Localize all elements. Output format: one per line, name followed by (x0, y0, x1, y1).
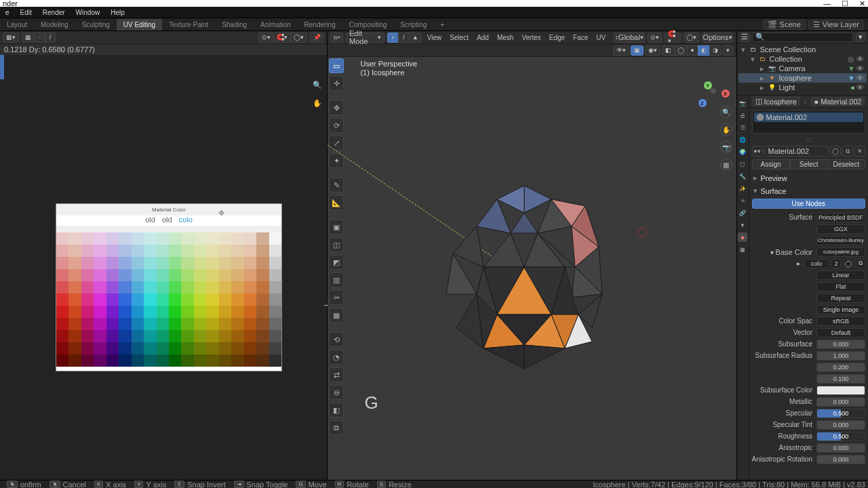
tree-item-camera[interactable]: Camera (779, 64, 806, 73)
menu-item[interactable]: Window (71, 9, 106, 16)
shading-matprev-icon[interactable]: ◐ (698, 45, 709, 56)
anisotropic-rotation-value[interactable]: 0.000 (816, 455, 865, 464)
material-slots[interactable]: Material.002 (752, 110, 866, 134)
tab-sculpting[interactable]: Sculpting (75, 19, 117, 30)
viewlayer-selector[interactable]: ☰View Layer (808, 20, 864, 30)
menu-item[interactable]: Render (37, 9, 71, 16)
pivot-icon[interactable]: ⊙▾ (258, 33, 273, 43)
tab-shading[interactable]: Shading (215, 19, 254, 30)
tool-scale[interactable]: ⤢ (329, 136, 344, 150)
roughness-value[interactable]: 0.500 (816, 432, 865, 441)
snap-toggle-icon[interactable]: 🧲▾ (665, 33, 681, 43)
tool-cursor[interactable]: ✛ (329, 76, 344, 91)
axis-z-icon[interactable]: Z (698, 99, 707, 107)
tree-item-light[interactable]: Light (779, 83, 795, 92)
orientation-selector[interactable]: ↕ Global ▾ (614, 33, 645, 43)
tool-polybuild[interactable]: ▦ (329, 308, 344, 323)
tab-modifier-icon[interactable]: 🔧 (738, 171, 747, 181)
uv-sel-vert-icon[interactable]: · (34, 33, 45, 43)
minimize-icon[interactable]: — (823, 0, 831, 8)
tool-bevel[interactable]: ◩ (329, 255, 344, 270)
menu-uv[interactable]: UV (593, 34, 608, 41)
nav-gizmo[interactable]: X Y Z (697, 75, 731, 108)
menu-item[interactable]: Help (105, 9, 130, 16)
snap-icon[interactable]: 🧲▾ (273, 33, 290, 43)
editor-type-selector[interactable]: ⧈▾ (330, 33, 343, 43)
tab-texture-paint[interactable]: Texture Paint (162, 19, 215, 30)
material-name-field[interactable]: Material.002 (764, 146, 829, 157)
tab-material-icon[interactable]: ● (738, 232, 747, 242)
menu-vertex[interactable]: Vertex (519, 34, 543, 41)
pivot-icon[interactable]: ⊙▾ (648, 33, 662, 43)
tex-unlink-icon[interactable]: ⧉ (856, 259, 865, 268)
source-selector[interactable]: Single Image (816, 305, 865, 314)
material-slot[interactable]: Material.002 (754, 113, 864, 122)
filter-icon[interactable]: ▾ (856, 33, 865, 42)
proportional-icon[interactable]: ◯▾ (684, 33, 699, 43)
assign-button[interactable]: Assign (752, 159, 790, 169)
xray-icon[interactable]: ◧ (662, 45, 674, 56)
tab-rendering[interactable]: Rendering (298, 19, 342, 30)
axis-y-icon[interactable]: Y (704, 81, 712, 89)
sss-method-selector[interactable]: Christensen-Burley (816, 236, 865, 245)
crumb-object[interactable]: ◫ Icosphere (752, 96, 800, 106)
tool-inset[interactable]: ◫ (329, 237, 344, 252)
menu-face[interactable]: Face (570, 34, 591, 41)
menu-select[interactable]: Select (447, 34, 471, 41)
tool-loopcut[interactable]: ▥ (329, 272, 344, 287)
tab-texture-icon[interactable]: ▦ (738, 245, 747, 254)
tab-object-icon[interactable]: ▢ (738, 159, 747, 169)
tab-scripting[interactable]: Scripting (393, 19, 433, 30)
tool-move[interactable]: ✥ (329, 100, 344, 115)
tool-annotate[interactable]: ✎ (329, 178, 344, 192)
pan-icon[interactable]: ✋ (720, 123, 732, 136)
tab-animation[interactable]: Animation (254, 19, 297, 30)
material-copy-icon[interactable]: ⧉ (842, 146, 853, 157)
icosphere-mesh[interactable] (416, 172, 633, 389)
metallic-value[interactable]: 0.000 (816, 397, 865, 407)
tool-select-box[interactable]: ▭ (329, 58, 344, 73)
scene-selector[interactable]: 🎬Scene (763, 20, 806, 30)
sss-radius-y[interactable]: 0.200 (816, 363, 865, 372)
menu-add[interactable]: Add (474, 34, 492, 41)
tab-uv-editing[interactable]: UV Editing (117, 19, 162, 30)
tool-spin[interactable]: ⟲ (329, 332, 344, 347)
tab-particles-icon[interactable]: ✨ (738, 184, 747, 193)
shading-solid-icon[interactable]: ● (687, 45, 698, 56)
shading-wire-icon[interactable]: ◯ (674, 45, 687, 56)
outliner-tree[interactable]: ▾🗀Scene Collection ▾🗀Collection◎ 👁 ▸📷Cam… (737, 43, 869, 94)
uv-sel-edge-icon[interactable]: / (45, 33, 56, 43)
tool-rotate[interactable]: ⟳ (329, 118, 344, 133)
shading-render-icon[interactable]: ◑ (709, 45, 722, 56)
deselect-button[interactable]: Deselect (828, 159, 865, 169)
shading-dropdown-icon[interactable]: ▾ (723, 45, 734, 56)
material-browse-icon[interactable]: ●▾ (752, 146, 763, 157)
tab-output-icon[interactable]: 🖨 (738, 110, 747, 120)
tab-scene-icon[interactable]: 🌐 (738, 135, 747, 144)
close-icon[interactable]: ✕ (859, 0, 865, 8)
specular-value[interactable]: 0.500 (816, 409, 865, 418)
overlay-icon[interactable]: ◉▾ (645, 45, 660, 56)
use-nodes-button[interactable]: Use Nodes (752, 199, 866, 209)
outliner-search[interactable]: 🔍 (752, 33, 854, 42)
tool-knife[interactable]: ✂ (329, 290, 344, 305)
camera-icon[interactable]: 📷 (720, 141, 732, 153)
base-color-texture[interactable]: colorpalete.jpg (816, 247, 865, 257)
uv-sync-icon[interactable]: ▦ (22, 33, 34, 43)
material-unlink-icon[interactable]: ✕ (854, 146, 865, 157)
tool-rip[interactable]: ⧉ (329, 420, 344, 435)
select-vert-icon[interactable]: ▪ (387, 33, 398, 43)
vector-input[interactable]: Default (816, 328, 865, 338)
interpolation-selector[interactable]: Linear (816, 270, 865, 280)
options-dropdown[interactable]: Options ▾ (702, 33, 734, 43)
crumb-material[interactable]: ● Material.002 (810, 97, 865, 106)
select-face-icon[interactable]: ▲ (409, 33, 422, 43)
tab-viewlayer-icon[interactable]: ☰ (738, 123, 747, 132)
tab-compositing[interactable]: Compositing (342, 19, 394, 30)
gizmo-icon[interactable]: ▣ (631, 45, 644, 56)
viewport-3d[interactable]: ▭ ✛ ✥ ⟳ ⤢ ✦ ✎ 📐 ▣ ◫ ◩ ▥ ✂ ▦ ⟲ ◔ ⇄ (328, 57, 736, 480)
menu-edge[interactable]: Edge (547, 34, 568, 41)
select-button[interactable]: Select (790, 159, 828, 169)
specular-tint-value[interactable]: 0.000 (816, 420, 865, 430)
tab-constraints-icon[interactable]: 🔗 (738, 208, 747, 218)
